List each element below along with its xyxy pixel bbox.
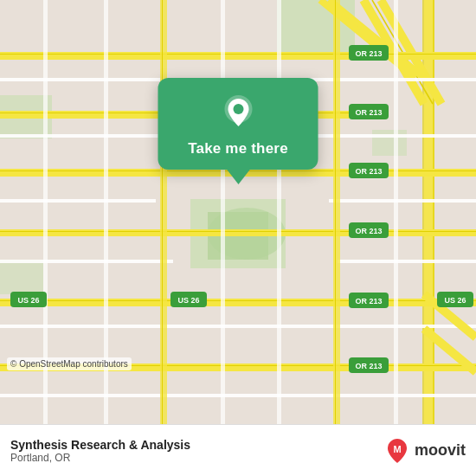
svg-text:OR 213: OR 213 — [355, 167, 382, 176]
svg-text:OR 213: OR 213 — [355, 49, 382, 58]
bottom-bar: Synthesis Research & Analysis Portland, … — [0, 424, 476, 476]
svg-text:OR 213: OR 213 — [355, 108, 382, 117]
svg-rect-31 — [329, 199, 476, 203]
location-name: Synthesis Research & Analysis — [10, 438, 190, 452]
svg-text:OR 213: OR 213 — [355, 362, 382, 370]
svg-rect-10 — [433, 0, 434, 424]
svg-text:US 26: US 26 — [177, 296, 199, 305]
svg-rect-32 — [0, 260, 173, 263]
location-popup[interactable]: Take me there — [158, 78, 318, 170]
svg-text:OR 213: OR 213 — [355, 297, 382, 306]
city-name: Portland, OR — [10, 452, 190, 464]
popup-tail — [226, 169, 250, 184]
svg-rect-6 — [372, 130, 407, 156]
svg-rect-17 — [0, 54, 476, 55]
moovit-logo: M moovit — [383, 437, 466, 465]
svg-rect-43 — [335, 0, 336, 424]
svg-rect-38 — [160, 0, 167, 424]
svg-text:US 26: US 26 — [17, 296, 39, 305]
svg-rect-35 — [0, 394, 476, 397]
svg-rect-44 — [394, 0, 398, 424]
pin-icon — [219, 93, 257, 132]
svg-rect-33 — [338, 260, 476, 263]
moovit-icon: M — [383, 437, 411, 465]
map-view: OR 213 OR 213 OR 213 OR 213 OR 213 OR 21… — [0, 0, 476, 424]
popup-button[interactable]: Take me there — [188, 140, 288, 158]
svg-rect-40 — [221, 0, 225, 424]
location-info: Synthesis Research & Analysis Portland, … — [10, 438, 190, 464]
svg-rect-39 — [162, 0, 163, 424]
svg-rect-23 — [0, 231, 476, 232]
svg-rect-30 — [0, 199, 156, 203]
svg-text:US 26: US 26 — [444, 296, 466, 305]
svg-rect-25 — [0, 300, 476, 301]
svg-rect-16 — [0, 52, 476, 60]
copyright-text: © OpenStreetMap contributors — [7, 357, 132, 370]
svg-point-66 — [233, 104, 243, 114]
svg-rect-7 — [0, 260, 43, 294]
svg-rect-34 — [0, 325, 476, 328]
svg-rect-22 — [0, 229, 476, 236]
svg-rect-42 — [333, 0, 340, 424]
svg-rect-41 — [277, 0, 281, 424]
svg-text:OR 213: OR 213 — [355, 227, 382, 235]
moovit-text: moovit — [415, 441, 466, 460]
svg-text:M: M — [393, 444, 401, 454]
svg-rect-24 — [0, 299, 476, 306]
